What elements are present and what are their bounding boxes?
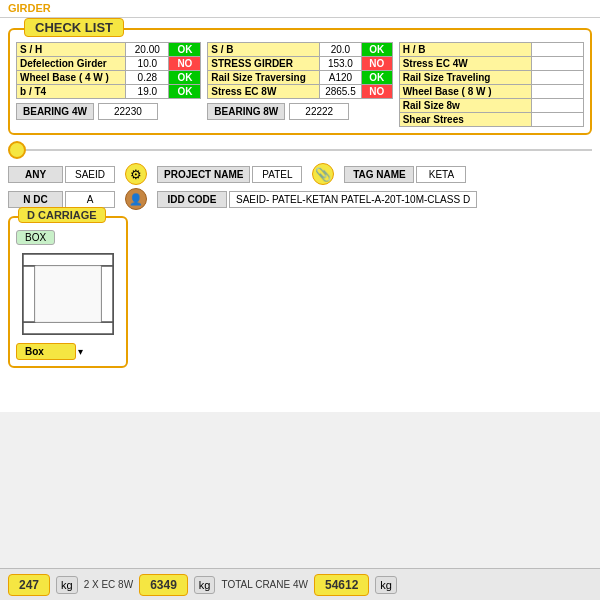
table-row: Rail Size Traveling bbox=[399, 71, 583, 85]
row-label: S / H bbox=[17, 43, 126, 57]
row-value bbox=[531, 57, 583, 71]
row-label: H / B bbox=[399, 43, 531, 57]
idd-label: IDD CODE bbox=[157, 191, 227, 208]
row-status: NO bbox=[361, 85, 392, 99]
row-label: Wheel Base ( 4 W ) bbox=[17, 71, 126, 85]
project-value: PATEL bbox=[252, 166, 302, 183]
check-table-3: H / B Stress EC 4W Rail Size Traveling bbox=[399, 42, 584, 127]
svg-rect-3 bbox=[23, 266, 35, 322]
check-table-2: S / B 20.0 OK STRESS GIRDER 153.0 NO Rai… bbox=[207, 42, 392, 99]
table-row: H / B bbox=[399, 43, 583, 57]
row-status: OK bbox=[361, 43, 392, 57]
table-row: Wheel Base ( 8 W ) bbox=[399, 85, 583, 99]
row-value: 20.00 bbox=[126, 43, 169, 57]
project-block: PROJECT NAME PATEL bbox=[157, 166, 302, 183]
row-value bbox=[531, 113, 583, 127]
design-label: N DC bbox=[8, 191, 63, 208]
design-value: A bbox=[65, 191, 115, 208]
company-block: ANY SAEID bbox=[8, 166, 115, 183]
table-row: Defelection Girder 10.0 NO bbox=[17, 57, 201, 71]
row-label: Rail Size Traversing bbox=[208, 71, 320, 85]
table-row: Stress EC 4W bbox=[399, 57, 583, 71]
tag-icon[interactable]: 📎 bbox=[312, 163, 334, 185]
gear-icon[interactable]: ⚙ bbox=[125, 163, 147, 185]
svg-rect-5 bbox=[35, 266, 101, 322]
bearing-label-2: BEARING 8W bbox=[207, 103, 285, 120]
company-label: ANY bbox=[8, 166, 63, 183]
box-select-label[interactable]: Box bbox=[16, 343, 76, 360]
row-status: OK bbox=[361, 71, 392, 85]
bottom-val3: 54612 bbox=[314, 574, 369, 596]
row-label: Rail Size 8w bbox=[399, 99, 531, 113]
select-arrow[interactable]: ▾ bbox=[78, 346, 83, 357]
tag-value: KETA bbox=[416, 166, 466, 183]
row-status: NO bbox=[169, 57, 201, 71]
box-tag: BOX bbox=[16, 230, 55, 245]
user-icon[interactable]: 👤 bbox=[125, 188, 147, 210]
bottom-val2: 6349 bbox=[139, 574, 188, 596]
bearing-val-2: 22222 bbox=[289, 103, 349, 120]
circle-yellow bbox=[8, 141, 26, 159]
row-value bbox=[531, 71, 583, 85]
carriage-section: D CARRIAGE BOX bbox=[8, 216, 128, 368]
row-label: S / B bbox=[208, 43, 320, 57]
bottom-bar: 247 kg 2 X EC 8W 6349 kg TOTAL CRANE 4W … bbox=[0, 568, 600, 600]
bearing-row-1: BEARING 4W 22230 bbox=[16, 103, 201, 120]
carriage-title: D CARRIAGE bbox=[18, 207, 106, 223]
row-label: Defelection Girder bbox=[17, 57, 126, 71]
check-col-1: S / H 20.00 OK Defelection Girder 10.0 N… bbox=[16, 42, 201, 127]
table-row: Stress EC 8W 2865.5 NO bbox=[208, 85, 392, 99]
bottom-icon3: kg bbox=[375, 576, 397, 594]
row-value: 2865.5 bbox=[320, 85, 362, 99]
tag-label: TAG NAME bbox=[344, 166, 414, 183]
checklist-title: CHECK LIST bbox=[24, 18, 124, 37]
svg-rect-4 bbox=[101, 266, 113, 322]
bearing-val-1: 22230 bbox=[98, 103, 158, 120]
design-block: N DC A bbox=[8, 191, 115, 208]
row-label: Stress EC 8W bbox=[208, 85, 320, 99]
bottom-label2: TOTAL CRANE 4W bbox=[221, 579, 308, 590]
separator bbox=[8, 141, 592, 159]
table-row: Rail Size 8w bbox=[399, 99, 583, 113]
table-row: S / B 20.0 OK bbox=[208, 43, 392, 57]
table-row: b / T4 19.0 OK bbox=[17, 85, 201, 99]
row-value bbox=[531, 85, 583, 99]
bearing-label-1: BEARING 4W bbox=[16, 103, 94, 120]
row-label: b / T4 bbox=[17, 85, 126, 99]
box-select-row: Box ▾ bbox=[16, 343, 120, 360]
row-value: 20.0 bbox=[320, 43, 362, 57]
girder-diagram bbox=[18, 249, 118, 339]
table-row: Shear Strees bbox=[399, 113, 583, 127]
checklist-section: CHECK LIST S / H 20.00 OK Defelection Gi… bbox=[8, 28, 592, 135]
idd-value: SAEID- PATEL-KETAN PATEL-A-20T-10M-CLASS… bbox=[229, 191, 477, 208]
row-label: STRESS GIRDER bbox=[208, 57, 320, 71]
idd-block: IDD CODE SAEID- PATEL-KETAN PATEL-A-20T-… bbox=[157, 191, 592, 208]
table-row: S / H 20.00 OK bbox=[17, 43, 201, 57]
row-status: OK bbox=[169, 71, 201, 85]
table-row: Rail Size Traversing A120 OK bbox=[208, 71, 392, 85]
row-label: Wheel Base ( 8 W ) bbox=[399, 85, 531, 99]
bottom-icon1: kg bbox=[56, 576, 78, 594]
tag-block: TAG NAME KETA bbox=[344, 166, 466, 183]
svg-rect-1 bbox=[23, 254, 113, 266]
bottom-icon2: kg bbox=[194, 576, 216, 594]
svg-rect-2 bbox=[23, 322, 113, 334]
row-value: 0.28 bbox=[126, 71, 169, 85]
row-label: Stress EC 4W bbox=[399, 57, 531, 71]
row-label: Shear Strees bbox=[399, 113, 531, 127]
box-label-row: BOX bbox=[16, 230, 120, 245]
row-value: 153.0 bbox=[320, 57, 362, 71]
bottom-val1: 247 bbox=[8, 574, 50, 596]
hline bbox=[26, 149, 592, 151]
company-value: SAEID bbox=[65, 166, 115, 183]
row-value: A120 bbox=[320, 71, 362, 85]
row-status: NO bbox=[361, 57, 392, 71]
check-col-3: H / B Stress EC 4W Rail Size Traveling bbox=[399, 42, 584, 127]
row-value bbox=[531, 99, 583, 113]
bottom-label1: 2 X EC 8W bbox=[84, 579, 133, 590]
row-value bbox=[531, 43, 583, 57]
check-col-2: S / B 20.0 OK STRESS GIRDER 153.0 NO Rai… bbox=[207, 42, 392, 127]
row-label: Rail Size Traveling bbox=[399, 71, 531, 85]
project-label: PROJECT NAME bbox=[157, 166, 250, 183]
top-bar: GIRDER bbox=[0, 0, 600, 18]
